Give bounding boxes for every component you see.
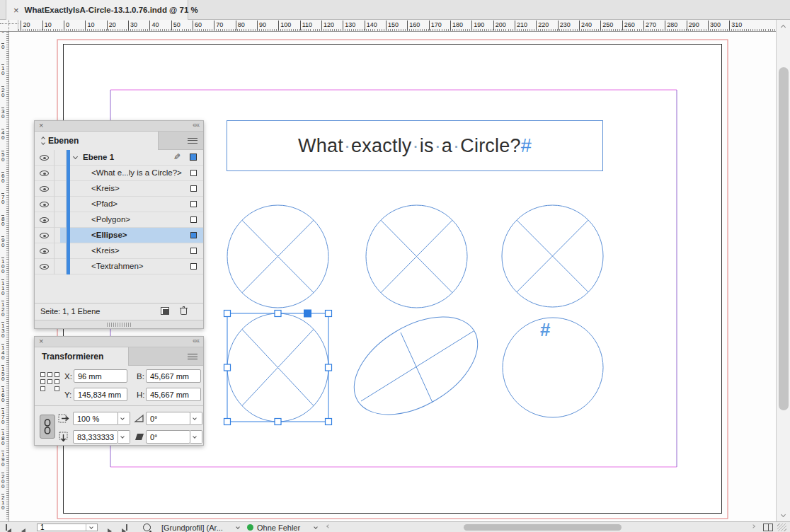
y-field[interactable]: [74, 388, 127, 401]
visibility-eye-icon[interactable]: [40, 186, 49, 192]
ruler-label: 1 9 0: [1, 451, 4, 467]
panel-close-icon[interactable]: ×: [39, 337, 43, 345]
scroll-right-icon[interactable]: [751, 524, 755, 528]
visibility-eye-icon[interactable]: [40, 264, 49, 270]
tab-transform[interactable]: Transformieren: [35, 347, 129, 366]
x-field[interactable]: [74, 369, 127, 383]
content-grabber-handle[interactable]: [304, 310, 311, 318]
rotation-field[interactable]: [146, 412, 190, 425]
visibility-eye-icon[interactable]: [40, 248, 49, 254]
circle-text-frame[interactable]: [503, 318, 603, 417]
vertical-ruler[interactable]: 001 02 03 04 05 06 07 08 09 01 0 01 1 01…: [0, 32, 9, 521]
title-text-frame[interactable]: What·exactly·is·a·Circle?#: [227, 120, 603, 171]
panel-resize-handle[interactable]: [35, 320, 203, 328]
ruler-label: 1 3 0: [1, 322, 4, 338]
visibility-eye-icon[interactable]: [40, 233, 49, 238]
delete-layer-icon[interactable]: [180, 306, 188, 315]
scale-y-dropdown[interactable]: [118, 430, 130, 444]
tab-close-icon[interactable]: ×: [13, 6, 19, 15]
height-field[interactable]: [146, 388, 201, 401]
ruler-label: 50: [171, 21, 181, 30]
split-view-icon[interactable]: [763, 524, 773, 531]
visibility-eye-icon[interactable]: [40, 217, 49, 223]
visibility-eye-icon[interactable]: [40, 170, 49, 176]
layer-row[interactable]: <Textrahmen>: [35, 259, 203, 274]
scale-x-field[interactable]: [73, 412, 118, 425]
circle-frame-3[interactable]: [502, 205, 603, 307]
ruler-origin-box[interactable]: [0, 20, 18, 32]
ruler-label: 0: [64, 21, 69, 30]
panel-menu-icon[interactable]: [188, 354, 198, 359]
ruler-label: 200: [493, 21, 506, 30]
constrain-proportions-button[interactable]: [40, 415, 55, 439]
select-item-square[interactable]: [190, 170, 197, 176]
layers-panel-header: × ««: [35, 121, 203, 132]
page-number-field[interactable]: [37, 524, 98, 531]
last-page-button[interactable]: [122, 524, 130, 531]
layer-row[interactable]: Ebene 1✎: [35, 150, 203, 166]
error-dropdown-icon[interactable]: [314, 525, 318, 529]
new-layer-icon[interactable]: [161, 307, 169, 315]
layer-row[interactable]: <Pfad>: [35, 197, 203, 212]
panel-collapse-icon[interactable]: ««: [193, 121, 199, 129]
select-item-square[interactable]: [190, 263, 197, 270]
reference-point-proxy[interactable]: [40, 372, 60, 392]
vertical-scrollbar[interactable]: [776, 20, 790, 521]
next-page-button[interactable]: [108, 524, 116, 531]
panel-close-icon[interactable]: ×: [39, 121, 43, 129]
shear-dropdown[interactable]: [190, 430, 202, 444]
expand-arrow-icon[interactable]: [73, 154, 78, 159]
horizontal-ruler[interactable]: 2010010203040506070809010011012013014015…: [18, 20, 776, 32]
rotated-ellipse-frame[interactable]: [337, 297, 494, 435]
layer-row[interactable]: <Polygon>: [35, 212, 203, 228]
ruler-label: 280: [665, 21, 677, 30]
circle-frame-1[interactable]: [227, 205, 328, 308]
pencil-icon[interactable]: ✎: [173, 152, 181, 162]
select-item-square[interactable]: [190, 216, 197, 223]
rotation-dropdown[interactable]: [190, 412, 202, 425]
visibility-eye-icon[interactable]: [40, 155, 49, 161]
scale-y-field[interactable]: [73, 430, 118, 444]
select-item-square[interactable]: [190, 232, 197, 238]
select-item-square[interactable]: [190, 248, 197, 254]
ruler-label: 1 1 0: [1, 279, 4, 296]
ruler-minor-ticks: [6, 32, 8, 521]
panel-collapse-icon[interactable]: ««: [193, 337, 199, 345]
h-label: H:: [137, 391, 145, 399]
layer-row[interactable]: <What e...ly is a Circle?>: [35, 166, 203, 181]
layer-color-square[interactable]: [190, 154, 197, 161]
select-item-square[interactable]: [190, 201, 197, 207]
layer-row[interactable]: <Kreis>: [35, 181, 203, 197]
x-label: X:: [64, 372, 72, 381]
page-number-input[interactable]: [38, 524, 86, 531]
document-tab[interactable]: × WhatExactlyIsA-Circle-13.1.0.76.indd @…: [6, 0, 188, 20]
scale-x-dropdown[interactable]: [118, 412, 130, 425]
select-item-square[interactable]: [190, 185, 197, 192]
previous-page-button[interactable]: [21, 524, 30, 531]
profile-dropdown-icon[interactable]: [236, 525, 240, 529]
selected-ellipse-frame[interactable]: [227, 313, 328, 422]
scroll-left-icon[interactable]: [326, 524, 331, 528]
first-page-button[interactable]: [6, 524, 14, 531]
vertical-scrollbar-thumb[interactable]: [779, 67, 789, 410]
scroll-down-icon[interactable]: [781, 512, 786, 517]
scale-vertical-icon: [58, 432, 69, 442]
ruler-label: 20: [21, 21, 30, 30]
horizontal-scrollbar-thumb[interactable]: [464, 524, 622, 531]
layer-row[interactable]: <Ellipse>: [35, 228, 203, 243]
window-resize-grip[interactable]: [777, 524, 786, 531]
tab-layers[interactable]: Ebenen: [35, 132, 159, 150]
scroll-up-icon[interactable]: [781, 25, 786, 30]
layer-name: <Ellipse>: [91, 231, 127, 239]
ruler-label: 250: [600, 21, 613, 30]
circle-frame-2[interactable]: [366, 205, 467, 308]
visibility-eye-icon[interactable]: [40, 202, 49, 207]
panel-menu-icon[interactable]: [188, 138, 198, 144]
preflight-icon[interactable]: [143, 524, 151, 531]
page-dropdown[interactable]: [86, 524, 97, 531]
width-field[interactable]: [146, 369, 201, 383]
layer-row[interactable]: <Kreis>: [35, 243, 203, 259]
shear-field[interactable]: [146, 430, 190, 444]
horizontal-scrollbar[interactable]: [336, 523, 749, 532]
ruler-label: 220: [536, 21, 549, 30]
